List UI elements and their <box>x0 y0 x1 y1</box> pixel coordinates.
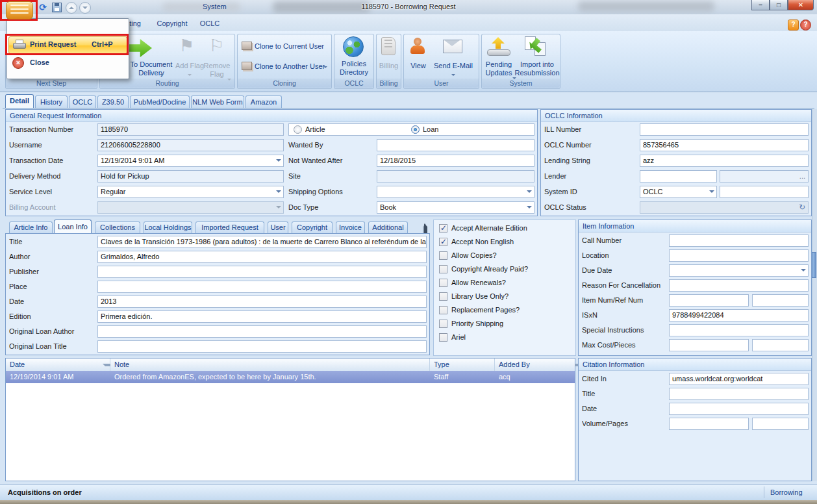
accept-alternate-edition-checkbox[interactable] <box>439 224 447 233</box>
subtab-imported-request[interactable]: Imported Request <box>195 221 264 233</box>
publisher-field[interactable] <box>97 266 427 278</box>
site-field[interactable] <box>377 170 534 183</box>
subtab-copyright[interactable]: Copyright <box>292 221 333 233</box>
due-date-field[interactable] <box>669 264 809 277</box>
notes-col-date[interactable]: Date <box>6 359 110 371</box>
system-id-dropdown-icon[interactable] <box>709 186 717 198</box>
service-level-dropdown-icon[interactable] <box>276 186 284 198</box>
ill-number-field[interactable] <box>640 123 809 136</box>
lender-browse-button[interactable]: ... <box>720 170 809 183</box>
subtab-local-holdings[interactable]: Local Holdings <box>144 221 192 233</box>
replacement-pages-checkbox[interactable] <box>439 306 447 314</box>
subtab-collections[interactable]: Collections <box>95 221 140 233</box>
library-use-only-checkbox[interactable] <box>439 292 447 301</box>
article-radio[interactable] <box>294 125 302 134</box>
pages-field[interactable] <box>752 418 809 430</box>
volume-field[interactable] <box>669 418 749 430</box>
send-email-dropdown-icon[interactable] <box>451 70 455 78</box>
max-cost-field[interactable] <box>669 339 749 351</box>
maximize-button[interactable]: □ <box>770 0 788 10</box>
loan-radio[interactable] <box>411 125 420 134</box>
tab-amazon[interactable]: Amazon <box>245 95 282 108</box>
pieces-field[interactable] <box>752 339 809 351</box>
subtab-article-info[interactable]: Article Info <box>9 221 53 233</box>
tab-oclc-main[interactable]: OCLC <box>69 95 96 108</box>
alert-icon[interactable]: ? <box>788 19 799 31</box>
tab-copyright[interactable]: Copyright <box>151 17 194 31</box>
menu-item-close[interactable]: Close <box>30 55 49 71</box>
shipping-options-dropdown-icon[interactable] <box>527 186 534 198</box>
copyright-already-paid-checkbox[interactable] <box>439 265 447 273</box>
shipping-options-field[interactable] <box>377 186 534 198</box>
citation-title-field[interactable] <box>669 388 809 400</box>
subtab-loan-info[interactable]: Loan Info <box>54 220 92 233</box>
minimize-button[interactable]: – <box>751 0 770 10</box>
lender-field[interactable] <box>640 170 717 183</box>
wanted-by-field[interactable] <box>377 139 534 151</box>
original-loan-title-field[interactable] <box>97 340 427 353</box>
tab-detail[interactable]: Detail <box>5 94 34 108</box>
to-document-delivery-dropdown-icon[interactable] <box>160 70 164 78</box>
transaction-date-field[interactable]: 12/19/2014 9:01 AM <box>97 155 284 167</box>
clone-to-another-user-button[interactable]: Clone to Another User <box>255 62 326 71</box>
help-icon[interactable]: ? <box>800 19 811 31</box>
subtab-additional[interactable]: Additional <box>368 221 408 233</box>
titlebar[interactable]: 1185970 - Borrowing Request <box>0 0 817 15</box>
author-field[interactable]: Grimaldos, Alfredo <box>97 251 427 263</box>
tab-nlm-web-form[interactable]: NLM Web Form <box>191 95 244 108</box>
call-number-field[interactable] <box>669 234 809 247</box>
allow-renewals-checkbox[interactable] <box>439 279 447 287</box>
policies-directory-button[interactable]: Policies Directory <box>334 60 373 77</box>
accept-non-english-checkbox[interactable] <box>439 238 447 246</box>
send-email-button[interactable]: Send E-Mail <box>433 62 474 70</box>
tab-z3950[interactable]: Z39.50 <box>97 95 129 108</box>
app-menu-button[interactable] <box>6 1 33 19</box>
cited-in-field[interactable]: umass.worldcat.org:worldcat <box>669 373 809 385</box>
clone-to-current-user-button[interactable]: Clone to Current User <box>255 42 330 51</box>
place-field[interactable] <box>97 281 427 293</box>
original-loan-author-field[interactable] <box>97 325 427 338</box>
vertical-scrollbar-thumb[interactable] <box>812 252 816 278</box>
transaction-date-dropdown-icon[interactable] <box>276 155 284 167</box>
doc-type-dropdown-icon[interactable] <box>527 201 534 214</box>
tab-history[interactable]: History <box>35 95 68 108</box>
item-num-field[interactable] <box>669 294 749 307</box>
subtab-user[interactable]: User <box>268 221 288 233</box>
special-instructions-field[interactable] <box>669 324 809 336</box>
location-field[interactable] <box>669 249 809 262</box>
notes-col-type[interactable]: Type <box>430 359 495 371</box>
edition-field[interactable]: Primera edición. <box>97 310 427 323</box>
priority-shipping-checkbox[interactable] <box>439 320 447 328</box>
reason-for-cancellation-field[interactable] <box>669 279 809 292</box>
notes-col-added-by[interactable]: Added By <box>495 359 575 371</box>
note-row-selected[interactable]: 12/19/2014 9:01 AM Ordered from AmazonES… <box>6 371 575 383</box>
close-window-button[interactable]: ✕ <box>788 0 814 10</box>
ref-num-field[interactable] <box>752 294 809 307</box>
notes-col-note[interactable]: Note <box>110 359 430 371</box>
title-field[interactable]: Claves de la Transición 1973-1986 (para … <box>97 236 427 248</box>
lending-string-field[interactable]: azz <box>640 155 809 167</box>
refresh-icon[interactable]: ⟳ <box>37 2 49 12</box>
not-wanted-after-field[interactable]: 12/18/2015 <box>377 155 534 167</box>
subtab-invoice[interactable]: Invoice <box>336 221 365 233</box>
due-date-dropdown-icon[interactable] <box>801 264 809 277</box>
tab-pubmed-docline[interactable]: PubMed/Docline <box>130 95 190 108</box>
citation-date-field[interactable] <box>669 403 809 415</box>
vertical-scrollbar[interactable] <box>812 109 817 481</box>
tab-oclc[interactable]: OCLC <box>195 17 225 31</box>
service-level-field[interactable]: Regular <box>97 186 284 198</box>
oclc-number-field[interactable]: 857356465 <box>640 139 809 151</box>
view-user-button[interactable]: View <box>405 62 431 70</box>
previous-request-icon[interactable] <box>66 2 77 14</box>
delivery-method-field[interactable]: Hold for Pickup <box>97 170 284 183</box>
next-request-icon[interactable] <box>79 2 91 14</box>
date-field[interactable]: 2013 <box>97 296 427 308</box>
doc-type-field[interactable]: Book <box>377 201 534 214</box>
oclc-status-refresh-icon[interactable]: ↻ <box>799 202 808 213</box>
import-into-resubmission-button[interactable]: Import into Resubmission <box>514 60 560 77</box>
username-field[interactable]: 212066005228800 <box>97 139 284 151</box>
system-id-extra-field[interactable] <box>720 186 809 198</box>
allow-copies-checkbox[interactable] <box>439 251 447 260</box>
system-id-field[interactable]: OCLC <box>640 186 717 198</box>
transaction-number-field[interactable]: 1185970 <box>97 123 284 136</box>
